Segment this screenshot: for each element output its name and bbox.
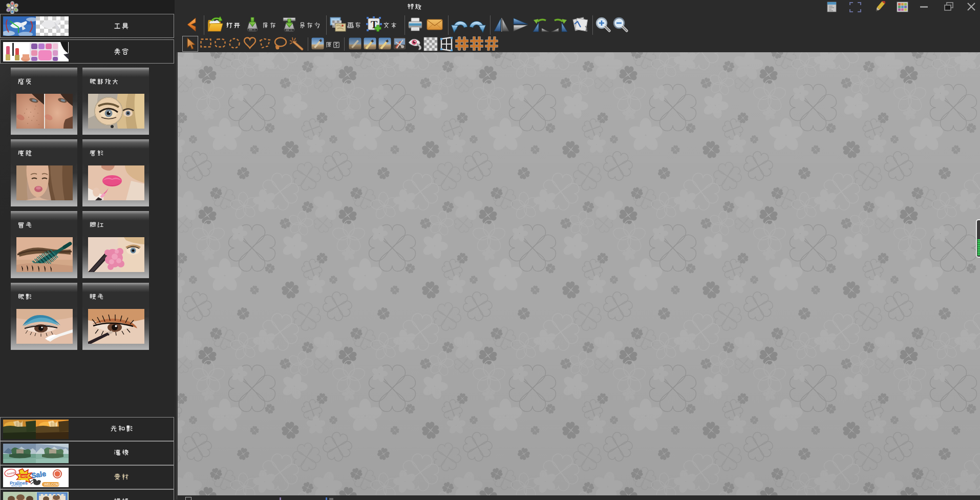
- svg-text:MASTER: MASTER: [11, 484, 22, 487]
- svg-text:HOT: HOT: [22, 474, 29, 478]
- svg-text:WELCOME: WELCOME: [44, 483, 61, 486]
